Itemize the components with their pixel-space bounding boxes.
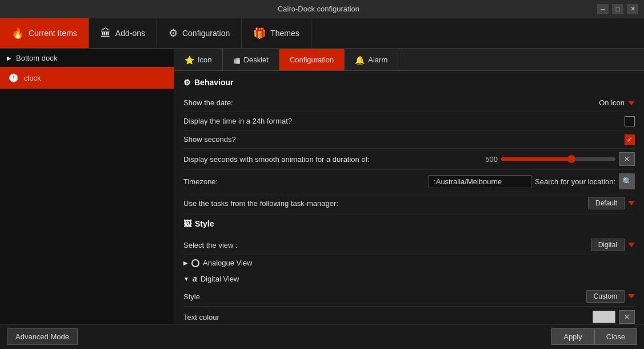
select-view-arrow[interactable] xyxy=(628,243,635,247)
show-seconds-checkbox[interactable] xyxy=(625,134,635,145)
show-seconds-label: Show seconds? xyxy=(183,135,236,144)
slider-value: 500 xyxy=(481,155,498,164)
smooth-animation-label: Display seconds with smooth animation fo… xyxy=(183,155,370,164)
digital-view-label: Digital View xyxy=(201,275,239,283)
main-content: ⭐ Icon ▦ Desklet Configuration 🔔 Alarm ⚙… xyxy=(174,49,644,324)
search-location-button[interactable]: 🔍 xyxy=(619,173,635,189)
show-date-value: On icon xyxy=(599,98,625,107)
tab-add-ons-label: Add-ons xyxy=(115,29,145,38)
style-icon: 🖼 xyxy=(183,219,191,228)
title-bar: Cairo-Dock configuration ─ □ ✕ xyxy=(0,0,644,18)
analogue-view-label: Analogue View xyxy=(203,259,253,267)
slider-reset-button[interactable]: ✕ xyxy=(619,152,635,166)
analogue-circle-icon xyxy=(191,259,199,267)
task-manager-label: Use the tasks from the following task-ma… xyxy=(183,199,338,208)
sub-tab-configuration[interactable]: Configuration xyxy=(279,49,345,70)
timezone-control: Search for your location: 🔍 xyxy=(429,173,635,189)
bottom-right-buttons: Apply Close xyxy=(551,328,637,345)
show-date-row: Show the date: On icon xyxy=(183,94,635,112)
timezone-input[interactable] xyxy=(429,175,531,188)
select-view-label: Select the view : xyxy=(183,241,238,249)
show-date-arrow[interactable] xyxy=(628,101,635,105)
bottom-bar: Advanced Mode Apply Close xyxy=(0,324,644,349)
task-manager-arrow[interactable] xyxy=(628,201,635,205)
text-colour-reset-button[interactable]: ✕ xyxy=(619,310,635,324)
main-tabs: 🔥 Current Items 🏛 Add-ons ⚙ Configuratio… xyxy=(0,18,644,49)
advanced-mode-button[interactable]: Advanced Mode xyxy=(7,328,78,345)
add-ons-icon: 🏛 xyxy=(101,27,111,39)
apply-button[interactable]: Apply xyxy=(551,328,594,345)
window-title: Cairo-Dock configuration xyxy=(40,5,597,13)
behaviour-gear-icon: ⚙ xyxy=(183,78,191,87)
configuration-icon: ⚙ xyxy=(169,27,178,39)
sub-tab-configuration-label: Configuration xyxy=(290,55,334,64)
task-manager-value[interactable]: Default xyxy=(588,197,625,209)
style-custom-row: Style Custom xyxy=(183,287,635,307)
sidebar-item-bottom-dock-label: Bottom dock xyxy=(16,54,57,62)
sidebar-item-clock-label: clock xyxy=(24,74,41,82)
tab-configuration[interactable]: ⚙ Configuration xyxy=(157,18,242,48)
24h-format-label: Display the time in a 24h format? xyxy=(183,117,292,125)
24h-format-checkbox[interactable] xyxy=(625,116,635,126)
content-area: ▶ Bottom dock 🕐 clock ⭐ Icon ▦ Desklet C… xyxy=(0,49,644,324)
behaviour-title: Behaviour xyxy=(194,78,233,87)
show-seconds-row: Show seconds? xyxy=(183,130,635,149)
desklet-icon: ▦ xyxy=(233,55,241,65)
clock-icon: 🕐 xyxy=(7,72,19,84)
text-colour-control: ✕ xyxy=(593,310,635,324)
smooth-animation-row: Display seconds with smooth animation fo… xyxy=(183,149,635,170)
analogue-collapsed-icon: ▶ xyxy=(183,260,188,266)
show-seconds-control xyxy=(625,134,635,145)
tab-current-items[interactable]: 🔥 Current Items xyxy=(0,18,89,48)
style-custom-value[interactable]: Custom xyxy=(586,290,625,303)
select-view-value[interactable]: Digital xyxy=(591,239,625,251)
select-view-row: Select the view : Digital xyxy=(183,235,635,255)
slider-thumb[interactable] xyxy=(567,155,575,163)
tab-add-ons[interactable]: 🏛 Add-ons xyxy=(89,18,157,48)
settings-content: ⚙ Behaviour Show the date: On icon Displ… xyxy=(174,71,644,324)
timezone-row: Timezone: Search for your location: 🔍 xyxy=(183,170,635,193)
slider-container xyxy=(501,157,615,161)
text-colour-label: Text colour xyxy=(183,313,219,322)
style-custom-control: Custom xyxy=(586,290,635,303)
text-colour-swatch[interactable] xyxy=(593,311,615,323)
sub-tab-desklet[interactable]: ▦ Desklet xyxy=(223,49,279,70)
tab-current-items-label: Current Items xyxy=(29,29,77,38)
close-button[interactable]: ✕ xyxy=(627,4,638,14)
style-custom-label: Style xyxy=(183,292,200,301)
style-title: Style xyxy=(195,219,214,228)
sub-tab-alarm[interactable]: 🔔 Alarm xyxy=(345,49,398,70)
style-custom-arrow[interactable] xyxy=(628,294,635,299)
24h-format-row: Display the time in a 24h format? xyxy=(183,112,635,130)
sidebar-item-bottom-dock[interactable]: ▶ Bottom dock xyxy=(0,49,174,67)
close-dialog-button[interactable]: Close xyxy=(594,328,637,345)
style-header: 🖼 Style xyxy=(183,219,635,228)
tab-themes[interactable]: 🎁 Themes xyxy=(242,18,311,48)
sub-tab-desklet-label: Desklet xyxy=(244,55,269,64)
maximize-button[interactable]: □ xyxy=(612,4,623,14)
sub-tabs: ⭐ Icon ▦ Desklet Configuration 🔔 Alarm xyxy=(174,49,644,71)
text-colour-row: Text colour ✕ xyxy=(183,307,635,324)
sub-tab-alarm-label: Alarm xyxy=(368,55,387,64)
24h-format-control xyxy=(625,116,635,126)
analogue-view-row[interactable]: ▶ Analogue View xyxy=(183,255,635,271)
chevron-right-icon: ▶ xyxy=(7,55,11,61)
sub-tab-icon-label: Icon xyxy=(198,55,212,64)
task-manager-control: Default xyxy=(588,197,635,209)
digital-expanded-icon: ▼ xyxy=(183,276,189,282)
minimize-button[interactable]: ─ xyxy=(597,4,609,14)
task-manager-row: Use the tasks from the following task-ma… xyxy=(183,193,635,213)
window-controls[interactable]: ─ □ ✕ xyxy=(597,4,638,14)
tab-themes-label: Themes xyxy=(270,29,299,38)
digital-view-row[interactable]: ▼ a Digital View xyxy=(183,271,635,287)
themes-icon: 🎁 xyxy=(253,27,266,39)
slider-track[interactable] xyxy=(501,157,615,161)
smooth-animation-control: 500 ✕ xyxy=(481,152,635,166)
tab-configuration-label: Configuration xyxy=(182,29,230,38)
show-date-control: On icon xyxy=(599,98,635,107)
sidebar-item-clock[interactable]: 🕐 clock xyxy=(0,67,174,89)
slider-fill xyxy=(501,157,570,161)
sub-tab-icon[interactable]: ⭐ Icon xyxy=(174,49,223,70)
select-view-control: Digital xyxy=(591,239,635,251)
alarm-icon: 🔔 xyxy=(355,55,365,65)
